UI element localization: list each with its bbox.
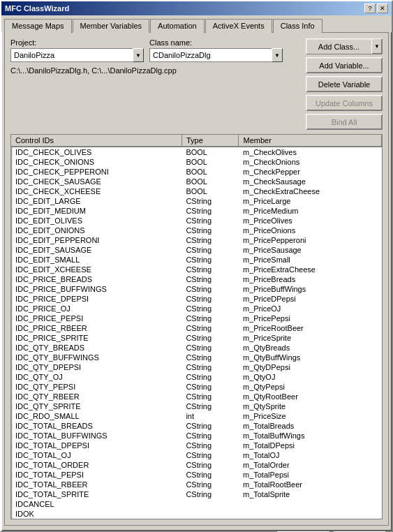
- project-row: Project: ▼ Class name: ▼: [10, 38, 300, 62]
- bind-all-button[interactable]: Bind All: [306, 114, 383, 130]
- table-row[interactable]: IDC_EDIT_LARGECStringm_PriceLarge: [11, 196, 382, 206]
- fields-left: Project: ▼ Class name: ▼: [10, 38, 300, 76]
- table-row[interactable]: IDC_CHECK_XCHEESEBOOLm_CheckExtraCheese: [11, 186, 382, 196]
- table-row[interactable]: IDC_PRICE_PEPSICStringm_PricePepsi: [11, 313, 382, 323]
- add-class-main-btn[interactable]: Add Class...: [306, 38, 371, 54]
- table-row[interactable]: IDC_PRICE_DPEPSICStringm_PriceDPepsi: [11, 294, 382, 304]
- bottom-buttons: OK Cancel: [1, 529, 392, 532]
- project-dropdown-btn[interactable]: ▼: [133, 48, 144, 62]
- table-row[interactable]: IDC_CHECK_PEPPERONIBOOLm_CheckPepper: [11, 167, 382, 177]
- control-ids-table-container[interactable]: Control IDs Type Member IDC_CHECK_OLIVES…: [10, 134, 383, 519]
- classname-combo: ▼: [149, 48, 283, 62]
- main-fields: Project: ▼ Class name: ▼: [10, 38, 383, 130]
- tab-member-variables[interactable]: Member Variables: [73, 19, 149, 33]
- window-title: MFC ClassWizard: [5, 4, 69, 13]
- add-variable-button[interactable]: Add Variable...: [306, 57, 383, 73]
- tab-activex-events[interactable]: ActiveX Events: [205, 19, 272, 33]
- control-ids-table: Control IDs Type Member IDC_CHECK_OLIVES…: [11, 135, 382, 519]
- table-row[interactable]: IDC_PRICE_BUFFWINGSCStringm_PriceBuffWin…: [11, 284, 382, 294]
- update-columns-button[interactable]: Update Columns: [306, 95, 383, 111]
- table-row[interactable]: IDC_QTY_RBEERCStringm_QtyRootBeer: [11, 392, 382, 401]
- classname-field-group: Class name: ▼: [149, 38, 283, 62]
- table-row[interactable]: IDC_EDIT_PEPPERONICStringm_PricePepperon…: [11, 235, 382, 245]
- table-row[interactable]: IDC_CHECK_OLIVESBOOLm_CheckOlives: [11, 147, 382, 157]
- table-row[interactable]: IDC_PRICE_OJCStringm_PriceOJ: [11, 304, 382, 313]
- tab-content: Project: ▼ Class name: ▼: [4, 32, 389, 526]
- classname-label: Class name:: [149, 38, 283, 47]
- table-row[interactable]: IDC_PRICE_RBEERCStringm_PriceRootBeer: [11, 323, 382, 333]
- table-row[interactable]: IDCANCEL: [11, 499, 382, 509]
- project-label: Project:: [10, 38, 144, 47]
- classname-dropdown-btn[interactable]: ▼: [272, 48, 283, 62]
- col-header-control-ids: Control IDs: [11, 135, 181, 147]
- tab-message-maps[interactable]: Message Maps: [4, 19, 72, 33]
- table-row[interactable]: IDC_TOTAL_BREADSCStringm_TotalBreads: [11, 421, 382, 431]
- tab-bar: Message Maps Member Variables Automation…: [1, 15, 392, 32]
- classname-input[interactable]: [149, 48, 272, 62]
- table-row[interactable]: IDC_RDO_SMALLintm_PriceSize: [11, 411, 382, 421]
- table-row[interactable]: IDC_EDIT_XCHEESECStringm_PriceExtraChees…: [11, 265, 382, 274]
- title-bar: MFC ClassWizard ? ✕: [1, 1, 392, 15]
- table-row[interactable]: IDC_TOTAL_RBEERCStringm_TotalRootBeer: [11, 480, 382, 489]
- table-row[interactable]: IDC_EDIT_SMALLCStringm_PriceSmall: [11, 255, 382, 265]
- action-buttons: Add Class... ▼ Add Variable... Delete Va…: [306, 38, 383, 130]
- table-row[interactable]: IDC_QTY_BUFFWINGSCStringm_QtyBuffWings: [11, 353, 382, 362]
- delete-variable-button[interactable]: Delete Variable: [306, 76, 383, 92]
- table-row[interactable]: IDC_QTY_PEPSICStringm_QtyPepsi: [11, 382, 382, 392]
- project-input[interactable]: [10, 48, 133, 62]
- table-row[interactable]: IDC_EDIT_MEDIUMCStringm_PriceMedium: [11, 206, 382, 216]
- table-row[interactable]: IDC_TOTAL_SPRITECStringm_TotalSprite: [11, 489, 382, 499]
- table-row[interactable]: IDC_TOTAL_DPEPSICStringm_TotalDPepsi: [11, 441, 382, 450]
- col-header-type: Type: [181, 135, 239, 147]
- col-header-member: Member: [239, 135, 382, 147]
- table-row[interactable]: IDOK: [11, 509, 382, 519]
- table-row[interactable]: IDC_QTY_SPRITECStringm_QtySprite: [11, 401, 382, 411]
- tab-class-info[interactable]: Class Info: [273, 19, 322, 33]
- table-row[interactable]: IDC_PRICE_SPRITECStringm_PriceSprite: [11, 333, 382, 343]
- table-row[interactable]: IDC_CHECK_ONIONSBOOLm_CheckOnions: [11, 157, 382, 167]
- table-row[interactable]: IDC_PRICE_BREADSCStringm_PriceBreads: [11, 274, 382, 284]
- table-row[interactable]: IDC_QTY_OJCStringm_QtyOJ: [11, 372, 382, 382]
- table-row[interactable]: IDC_CHECK_SAUSAGEBOOLm_CheckSausage: [11, 177, 382, 186]
- table-row[interactable]: IDC_QTY_DPEPSICStringm_QtyDPepsi: [11, 362, 382, 372]
- table-row[interactable]: IDC_QTY_BREADSCStringm_QtyBreads: [11, 343, 382, 353]
- project-field-group: Project: ▼: [10, 38, 144, 62]
- table-row[interactable]: IDC_TOTAL_PEPSICStringm_TotalPepsi: [11, 470, 382, 480]
- add-class-button-group: Add Class... ▼: [306, 38, 383, 54]
- path-label: C:\...\DaniloPizzaDlg.h, C:\...\DaniloPi…: [10, 66, 300, 75]
- add-class-arrow-btn[interactable]: ▼: [371, 38, 383, 54]
- table-row[interactable]: IDC_EDIT_SAUSAGECStringm_PriceSausage: [11, 245, 382, 255]
- project-combo: ▼: [10, 48, 144, 62]
- table-row[interactable]: IDC_TOTAL_ORDERCStringm_TotalOrder: [11, 460, 382, 470]
- table-row[interactable]: IDC_TOTAL_OJCStringm_TotalOJ: [11, 450, 382, 460]
- close-button[interactable]: ✕: [377, 3, 388, 13]
- tab-automation[interactable]: Automation: [150, 19, 205, 33]
- table-row[interactable]: IDC_TOTAL_BUFFWINGSCStringm_TotalBuffWin…: [11, 431, 382, 441]
- title-bar-controls: ? ✕: [364, 3, 388, 13]
- table-row[interactable]: IDC_EDIT_ONIONSCStringm_PriceOnions: [11, 226, 382, 235]
- main-window: MFC ClassWizard ? ✕ Message Maps Member …: [0, 0, 393, 532]
- help-button[interactable]: ?: [364, 3, 376, 13]
- table-row[interactable]: IDC_EDIT_OLIVESCStringm_PriceOlives: [11, 216, 382, 226]
